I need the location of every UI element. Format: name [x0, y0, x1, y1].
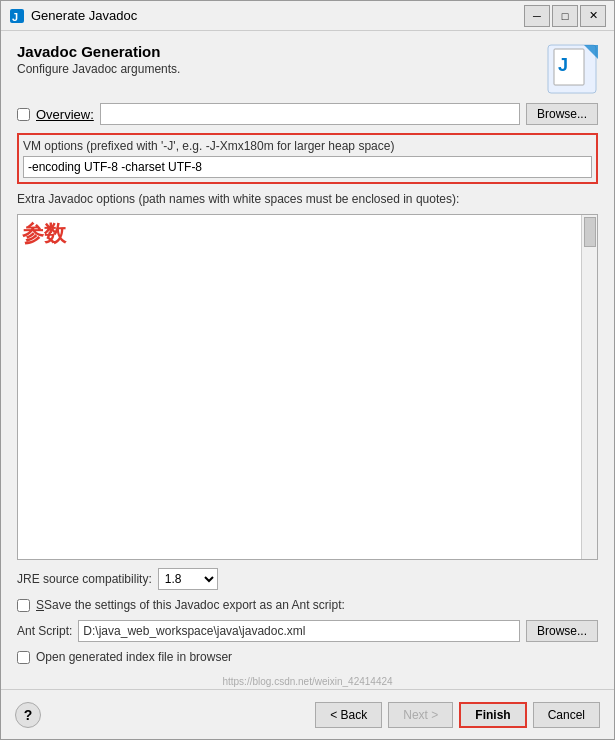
overview-browse-button[interactable]: Browse... [526, 103, 598, 125]
extra-options-textarea[interactable] [18, 215, 581, 559]
next-button[interactable]: Next > [388, 702, 453, 728]
help-button[interactable]: ? [15, 702, 41, 728]
ant-label-text: Save the settings of this Javadoc export… [44, 598, 345, 612]
window-controls: ─ □ ✕ [524, 5, 606, 27]
open-index-row: Open generated index file in browser [17, 650, 598, 664]
svg-text:J: J [558, 55, 568, 75]
bottom-right: < Back Next > Finish Cancel [315, 702, 600, 728]
overview-checkbox[interactable] [17, 108, 30, 121]
watermark: https://blog.csdn.net/weixin_42414424 [1, 676, 614, 689]
ant-checkbox-label: SSave the settings of this Javadoc expor… [36, 598, 345, 612]
back-button[interactable]: < Back [315, 702, 382, 728]
ant-checkbox[interactable] [17, 599, 30, 612]
ant-script-label: Ant Script: [17, 624, 72, 638]
bottom-bar: ? < Back Next > Finish Cancel [1, 689, 614, 739]
window: J Generate Javadoc ─ □ ✕ Javadoc Generat… [0, 0, 615, 740]
ant-script-input[interactable] [78, 620, 520, 642]
extra-options-area [17, 214, 598, 560]
window-icon: J [9, 8, 25, 24]
minimize-button[interactable]: ─ [524, 5, 550, 27]
open-index-checkbox[interactable] [17, 651, 30, 664]
page-subtitle: Configure Javadoc arguments. [17, 62, 180, 76]
ant-browse-button[interactable]: Browse... [526, 620, 598, 642]
overview-input[interactable] [100, 103, 520, 125]
bottom-left: ? [15, 702, 41, 728]
close-button[interactable]: ✕ [580, 5, 606, 27]
ant-checkbox-row: SSave the settings of this Javadoc expor… [17, 598, 598, 612]
overview-row: Overview: Browse... [17, 103, 598, 125]
vm-section: VM options (prefixed with '-J', e.g. -J-… [17, 133, 598, 184]
finish-button[interactable]: Finish [459, 702, 526, 728]
page-title: Javadoc Generation [17, 43, 180, 60]
jre-row: JRE source compatibility: 1.8 [17, 568, 598, 590]
jre-select[interactable]: 1.8 [158, 568, 218, 590]
open-index-label: Open generated index file in browser [36, 650, 232, 664]
javadoc-icon: J [546, 43, 598, 95]
jre-label: JRE source compatibility: [17, 572, 152, 586]
cancel-button[interactable]: Cancel [533, 702, 600, 728]
extra-label: Extra Javadoc options (path names with w… [17, 192, 598, 206]
extra-scrollbar[interactable] [581, 215, 597, 559]
maximize-button[interactable]: □ [552, 5, 578, 27]
vm-label: VM options (prefixed with '-J', e.g. -J-… [23, 139, 592, 153]
vm-input[interactable] [23, 156, 592, 178]
svg-text:J: J [12, 11, 18, 23]
header-left: Javadoc Generation Configure Javadoc arg… [17, 43, 180, 76]
title-bar: J Generate Javadoc ─ □ ✕ [1, 1, 614, 31]
scrollbar-thumb [584, 217, 596, 247]
content-area: Javadoc Generation Configure Javadoc arg… [1, 31, 614, 676]
ant-script-row: Ant Script: Browse... [17, 620, 598, 642]
overview-label: Overview: [36, 107, 94, 122]
header-row: Javadoc Generation Configure Javadoc arg… [17, 43, 598, 95]
window-title: Generate Javadoc [31, 8, 518, 23]
